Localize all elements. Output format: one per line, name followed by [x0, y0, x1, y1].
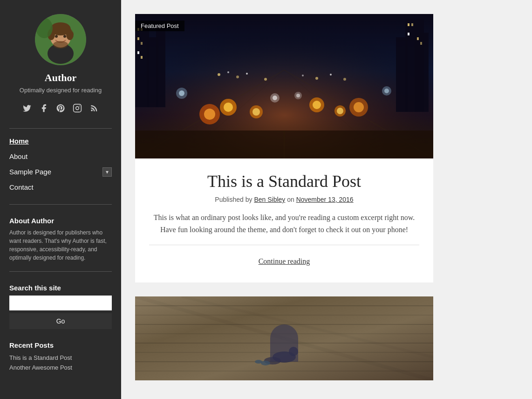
- svg-rect-25: [396, 37, 408, 112]
- svg-point-83: [255, 360, 262, 364]
- svg-point-50: [273, 96, 277, 100]
- svg-point-62: [302, 75, 304, 76]
- svg-point-57: [218, 73, 220, 76]
- svg-point-56: [384, 89, 389, 93]
- svg-point-59: [236, 76, 239, 78]
- facebook-icon[interactable]: [38, 102, 50, 114]
- post-date-link[interactable]: November 13, 2016: [296, 196, 354, 203]
- post-author-link[interactable]: Ben Sibley: [254, 196, 285, 203]
- svg-rect-36: [420, 42, 422, 45]
- svg-point-42: [204, 109, 215, 120]
- featured-image-container: Featured Post: [135, 14, 433, 158]
- author-name: Author: [45, 72, 76, 84]
- post-body-1: This is a Standard Post Published by Ben…: [135, 158, 433, 282]
- meta-prefix: Published by: [215, 196, 254, 203]
- svg-point-10: [70, 17, 83, 34]
- social-icons-row: [21, 102, 100, 114]
- sidebar-divider-2: [9, 204, 112, 205]
- sidebar-divider-3: [9, 271, 112, 272]
- author-tagline: Optimally designed for reading: [20, 87, 102, 94]
- rss-icon[interactable]: [88, 102, 100, 114]
- svg-point-79: [273, 351, 296, 363]
- svg-point-7: [63, 35, 66, 38]
- author-avatar: [35, 14, 86, 65]
- nav-item-contact[interactable]: Contact: [9, 179, 112, 195]
- sidebar: Author Optimally designed for reading Ho…: [0, 0, 121, 399]
- svg-rect-32: [408, 23, 409, 26]
- svg-point-44: [313, 101, 321, 109]
- svg-rect-22: [156, 28, 165, 107]
- main-content: Featured Post: [121, 0, 532, 399]
- svg-rect-30: [137, 51, 139, 54]
- svg-rect-34: [408, 33, 409, 35]
- sidebar-divider-1: [9, 128, 112, 129]
- instagram-icon[interactable]: [71, 102, 83, 114]
- post-card-2: [135, 296, 433, 380]
- svg-point-52: [296, 94, 300, 97]
- nav-item-about[interactable]: About: [9, 149, 112, 164]
- svg-point-40: [252, 108, 260, 116]
- svg-point-58: [227, 71, 229, 73]
- svg-rect-29: [141, 42, 143, 45]
- nav-item-sample[interactable]: Sample Page ▾: [9, 164, 112, 179]
- svg-point-12: [76, 107, 79, 110]
- post-card-1: Featured Post: [135, 14, 433, 282]
- twitter-icon[interactable]: [21, 102, 33, 114]
- svg-point-38: [224, 103, 233, 112]
- meta-on: on: [285, 196, 296, 203]
- stairs-image: [135, 296, 433, 380]
- post-title-1: This is a Standard Post: [149, 172, 419, 191]
- svg-point-63: [315, 77, 318, 80]
- post-excerpt-1: This is what an ordinary post looks like…: [149, 212, 419, 235]
- post-meta-1: Published by Ben Sibley on November 13, …: [149, 196, 419, 203]
- about-section-title: About Author: [9, 217, 112, 225]
- svg-point-46: [337, 108, 343, 114]
- search-label: Search this site: [9, 284, 112, 292]
- recent-post-link-2[interactable]: Another Awesome Post: [9, 363, 112, 372]
- recent-post-item-2[interactable]: Another Awesome Post: [9, 363, 112, 372]
- svg-point-60: [246, 73, 248, 75]
- svg-rect-11: [74, 104, 82, 112]
- svg-point-65: [343, 78, 346, 81]
- search-input[interactable]: [9, 296, 112, 310]
- svg-point-13: [79, 106, 80, 107]
- nav-link-home[interactable]: Home: [9, 133, 112, 149]
- svg-point-9: [36, 18, 53, 38]
- svg-point-82: [261, 361, 270, 365]
- nav-link-about[interactable]: About: [9, 149, 112, 164]
- about-author-text: Author is designed for publishers who wa…: [9, 228, 112, 262]
- sample-dropdown-arrow[interactable]: ▾: [102, 167, 112, 177]
- recent-posts-list: This is a Standard Post Another Awesome …: [9, 353, 112, 372]
- svg-rect-31: [141, 56, 143, 59]
- pinterest-icon[interactable]: [55, 102, 67, 114]
- svg-point-48: [354, 102, 364, 112]
- nav-menu: Home About Sample Page ▾ Contact: [9, 133, 112, 195]
- svg-point-64: [330, 74, 332, 76]
- svg-rect-28: [137, 37, 139, 40]
- svg-rect-35: [417, 37, 419, 40]
- svg-point-61: [264, 78, 267, 81]
- svg-point-8: [53, 41, 68, 48]
- recent-posts-title: Recent Posts: [9, 341, 112, 349]
- continue-reading-link[interactable]: Continue reading: [149, 253, 419, 273]
- nav-link-sample[interactable]: Sample Page: [9, 164, 51, 179]
- svg-point-80: [289, 347, 298, 356]
- svg-rect-33: [411, 23, 413, 26]
- nav-link-contact[interactable]: Contact: [9, 179, 112, 195]
- featured-badge: Featured Post: [135, 21, 184, 31]
- recent-post-link-1[interactable]: This is a Standard Post: [9, 353, 112, 363]
- svg-point-54: [179, 90, 184, 96]
- city-night-image: [135, 14, 433, 158]
- post-divider-1: [149, 245, 419, 245]
- nav-item-home[interactable]: Home: [9, 133, 112, 149]
- bokeh-lights: [135, 14, 433, 158]
- recent-post-item-1[interactable]: This is a Standard Post: [9, 353, 112, 363]
- svg-point-6: [55, 35, 58, 38]
- search-button[interactable]: Go: [9, 313, 112, 329]
